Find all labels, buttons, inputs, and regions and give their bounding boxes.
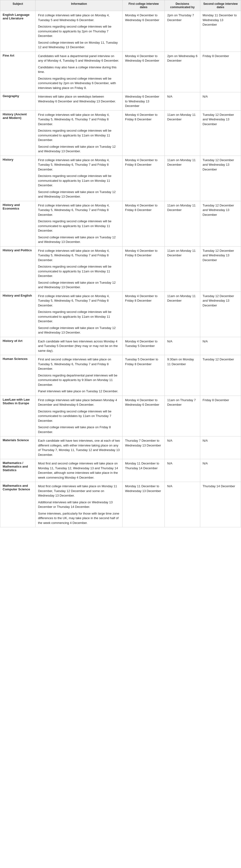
second-dates-cell: N/A — [200, 92, 241, 111]
info-cell: First college interviews will take place… — [35, 396, 123, 436]
decisions-cell: 2pm on Thursday 7 December — [165, 11, 200, 52]
second-dates-cell: Tuesday 12 December — [200, 355, 241, 396]
first-dates-cell: Monday 4 December to Friday 8 December — [123, 156, 165, 201]
info-paragraph: Second college interviews will take plac… — [38, 280, 120, 290]
table-row: GeographyInterviews will take place on w… — [0, 92, 241, 111]
info-paragraph: First and second college interviews will… — [38, 357, 120, 371]
info-paragraph: Second college interviews will be on Mon… — [38, 40, 120, 50]
first-dates-cell: Tuesday 5 December to Friday 8 December — [123, 355, 165, 396]
table-row: History and EconomicsFirst college inter… — [0, 201, 241, 246]
table-row: History and EnglishFirst college intervi… — [0, 291, 241, 337]
info-paragraph: Decisions regarding departmental panel i… — [38, 373, 120, 387]
subject-cell: English Language and Literature — [0, 11, 35, 52]
decisions-cell: N/A — [165, 459, 200, 482]
col-header-first-dates: First college interview dates — [123, 0, 165, 11]
info-paragraph: Second college interviews will take plac… — [38, 235, 120, 244]
table-row: Law/Law with Law Studies in EuropeFirst … — [0, 396, 241, 436]
info-paragraph: Decisions regarding second college inter… — [38, 174, 120, 188]
info-paragraph: Second college interviews will take plac… — [38, 425, 120, 434]
info-cell: First college interviews will take place… — [35, 201, 123, 246]
info-paragraph: First college interviews will take place… — [38, 248, 120, 262]
first-dates-cell: Monday 11 December to Thursday 14 Decemb… — [123, 459, 165, 482]
info-cell: Most first college interviews will take … — [35, 482, 123, 527]
first-dates-cell: Monday 11 December to Wednesday 13 Decem… — [123, 482, 165, 527]
table-row: History of ArtEach candidate will have t… — [0, 337, 241, 355]
decisions-cell: N/A — [165, 482, 200, 527]
info-paragraph: First college interviews will take place… — [38, 294, 120, 308]
decisions-cell: 9:30am on Monday 11 December — [165, 355, 200, 396]
table-row: History (Ancient and Modern)First colleg… — [0, 110, 241, 156]
second-dates-cell: Tuesday 12 December and Wednesday 13 Dec… — [200, 291, 241, 337]
info-paragraph: Candidates will have a departmental pane… — [38, 54, 120, 63]
first-dates-cell: Monday 4 December to Wednesday 6 Decembe… — [123, 396, 165, 436]
first-dates-cell: Monday 4 December to Friday 8 December — [123, 110, 165, 156]
info-paragraph: Decisions regarding second college inter… — [38, 76, 120, 90]
info-paragraph: Decisions regarding second college inter… — [38, 128, 120, 143]
subject-cell: Geography — [0, 92, 35, 111]
second-dates-cell: Monday 11 December to Wednesday 13 Decem… — [200, 11, 241, 52]
decisions-cell: 11am on Monday 11 December — [165, 110, 200, 156]
info-cell: First college interviews will take place… — [35, 246, 123, 291]
info-paragraph: Most first college interviews will take … — [38, 484, 120, 498]
interview-schedule-table: Subject Information First college interv… — [0, 0, 241, 527]
info-paragraph: First college interviews will take place… — [38, 398, 120, 407]
info-cell: Most first and second college interviews… — [35, 459, 123, 482]
decisions-cell: 11am on Monday 11 December — [165, 291, 200, 337]
info-paragraph: Some interviews, particularly for those … — [38, 511, 120, 525]
col-header-subject: Subject — [0, 0, 35, 11]
subject-cell: Law/Law with Law Studies in Europe — [0, 396, 35, 436]
first-dates-cell: Monday 4 December to Wednesday 6 Decembe… — [123, 11, 165, 52]
info-paragraph: Second college interviews will take plac… — [38, 144, 120, 154]
second-dates-cell: Tuesday 12 December and Wednesday 13 Dec… — [200, 156, 241, 201]
table-row: English Language and LiteratureFirst col… — [0, 11, 241, 52]
col-header-decisions: Decisions communicated by — [165, 0, 200, 11]
subject-cell: History and English — [0, 291, 35, 337]
first-dates-cell: Monday 4 December to Friday 8 December — [123, 201, 165, 246]
subject-cell: Human Sciences — [0, 355, 35, 396]
info-paragraph: Decisions regarding second college inter… — [38, 310, 120, 324]
first-dates-cell: Monday 4 December to Friday 8 December — [123, 246, 165, 291]
second-dates-cell: N/A — [200, 436, 241, 459]
col-header-info: Information — [35, 0, 123, 11]
info-paragraph: Decisions regarding second college inter… — [38, 219, 120, 233]
subject-cell: History (Ancient and Modern) — [0, 110, 35, 156]
info-paragraph: Second college interviews will take plac… — [38, 326, 120, 335]
decisions-cell: N/A — [165, 337, 200, 355]
table-row: Mathematics and Computer ScienceMost fir… — [0, 482, 241, 527]
col-header-second-dates: Second college interview dates — [200, 0, 241, 11]
second-dates-cell: N/A — [200, 459, 241, 482]
second-dates-cell: Tuesday 12 December and Wednesday 13 Dec… — [200, 201, 241, 246]
info-cell: Interviews will take place on weekdays b… — [35, 92, 123, 111]
table-row: Mathematics / Mathematics and Statistics… — [0, 459, 241, 482]
info-paragraph: Decisions regarding second college inter… — [38, 409, 120, 423]
info-paragraph: Each candidate will have two interviews … — [38, 339, 120, 353]
first-dates-cell: Monday 4 December to Tuesday 5 December — [123, 337, 165, 355]
subject-cell: History — [0, 156, 35, 201]
subject-cell: Materials Science — [0, 436, 35, 459]
second-dates-cell: N/A — [200, 337, 241, 355]
decisions-cell: 11am on Monday 11 December — [165, 246, 200, 291]
info-cell: First college interviews will take place… — [35, 156, 123, 201]
info-paragraph: First college interviews will take place… — [38, 113, 120, 127]
subject-cell: Fine Art — [0, 52, 35, 92]
subject-cell: History and Economics — [0, 201, 35, 246]
info-cell: First and second college interviews will… — [35, 355, 123, 396]
subject-cell: Mathematics / Mathematics and Statistics — [0, 459, 35, 482]
second-dates-cell: Thursday 14 December — [200, 482, 241, 527]
decisions-cell: 11am on Thursday 7 December — [165, 396, 200, 436]
info-paragraph: Additional interviews will take place on… — [38, 500, 120, 509]
info-cell: Candidates will have a departmental pane… — [35, 52, 123, 92]
table-row: Human SciencesFirst and second college i… — [0, 355, 241, 396]
info-paragraph: Candidates may also have a college inter… — [38, 65, 120, 74]
info-paragraph: Each candidate will have two interviews,… — [38, 438, 120, 457]
second-dates-cell: Friday 8 December — [200, 396, 241, 436]
first-dates-cell: Monday 4 December to Friday 8 December — [123, 291, 165, 337]
info-cell: Each candidate will have two interviews,… — [35, 436, 123, 459]
second-dates-cell: Tuesday 12 December and Wednesday 13 Dec… — [200, 110, 241, 156]
first-dates-cell: Monday 4 December to Wednesday 6 Decembe… — [123, 52, 165, 92]
info-paragraph: Decisions regarding second college inter… — [38, 24, 120, 38]
decisions-cell: N/A — [165, 436, 200, 459]
subject-cell: History of Art — [0, 337, 35, 355]
subject-cell: Mathematics and Computer Science — [0, 482, 35, 527]
info-paragraph: First college interviews will take place… — [38, 13, 120, 22]
